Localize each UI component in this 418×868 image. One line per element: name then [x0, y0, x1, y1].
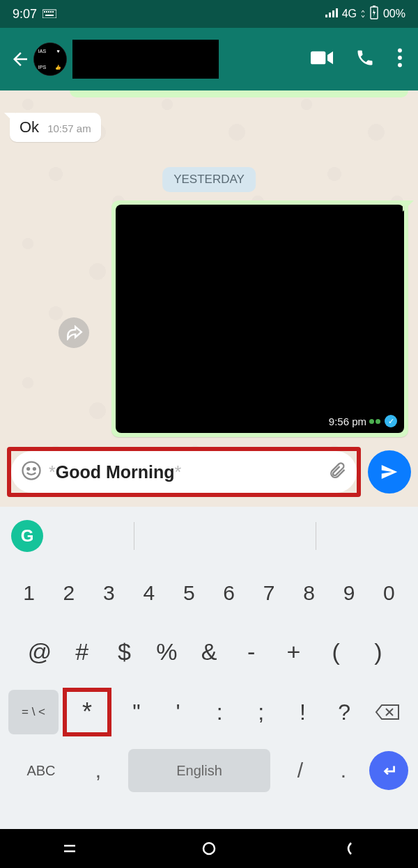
- battery-label: 00%: [383, 8, 405, 20]
- key-at[interactable]: @: [20, 629, 60, 674]
- key-dollar[interactable]: $: [104, 629, 145, 674]
- key-7[interactable]: 7: [250, 571, 288, 615]
- status-bar: 9:07 4G 00%: [0, 0, 418, 28]
- input-highlight: * Good Morning *: [7, 447, 361, 497]
- key-asterisk-highlight: *: [63, 688, 111, 736]
- network-label: 4G: [342, 8, 357, 20]
- svg-point-16: [398, 63, 402, 68]
- android-nav-bar: [0, 829, 418, 868]
- key-enter[interactable]: [369, 751, 408, 790]
- key-dquote[interactable]: ": [117, 690, 156, 734]
- svg-rect-0: [42, 10, 56, 18]
- key-abc[interactable]: ABC: [10, 749, 72, 792]
- key-4[interactable]: 4: [130, 571, 168, 615]
- status-time: 9:07: [13, 7, 37, 22]
- key-period[interactable]: .: [326, 749, 361, 792]
- key-2[interactable]: 2: [49, 571, 88, 615]
- svg-rect-7: [325, 15, 327, 17]
- key-squote[interactable]: ': [158, 690, 197, 734]
- key-8[interactable]: 8: [290, 571, 328, 615]
- key-colon[interactable]: :: [200, 690, 239, 734]
- key-slash[interactable]: /: [283, 749, 318, 792]
- key-amp[interactable]: &: [189, 629, 229, 674]
- key-comma[interactable]: ,: [81, 749, 116, 792]
- svg-rect-9: [332, 10, 334, 17]
- key-backspace[interactable]: [365, 693, 410, 732]
- key-asterisk[interactable]: *: [82, 697, 92, 727]
- svg-rect-2: [46, 11, 47, 13]
- message-input-box[interactable]: * Good Morning *: [11, 451, 357, 493]
- back-button[interactable]: [10, 49, 31, 70]
- key-9[interactable]: 9: [330, 571, 369, 615]
- svg-rect-8: [329, 13, 331, 17]
- chat-area[interactable]: Ok 10:57 am YESTERDAY 9:56 pm ✓ *: [0, 90, 418, 507]
- more-options-button[interactable]: [397, 48, 403, 70]
- svg-rect-1: [44, 11, 45, 13]
- nav-back[interactable]: [320, 840, 376, 857]
- voice-call-button[interactable]: [355, 48, 375, 70]
- attach-icon[interactable]: [327, 461, 347, 483]
- svg-point-18: [27, 468, 29, 470]
- symbol-row-2: = \ < * " ' : ; ! ?: [0, 688, 418, 736]
- message-input-text[interactable]: * Good Morning *: [49, 462, 320, 482]
- key-bang[interactable]: !: [283, 690, 322, 734]
- key-minus[interactable]: -: [231, 629, 272, 674]
- key-hash[interactable]: #: [62, 629, 102, 674]
- signal-icon: [325, 8, 338, 20]
- key-semicolon[interactable]: ;: [242, 690, 281, 734]
- key-space[interactable]: English: [128, 749, 270, 792]
- key-5[interactable]: 5: [170, 571, 208, 615]
- nav-recent[interactable]: [42, 843, 98, 854]
- svg-rect-4: [50, 11, 52, 13]
- key-3[interactable]: 3: [90, 571, 128, 615]
- grammarly-icon[interactable]: G: [11, 520, 43, 552]
- outgoing-message[interactable]: Ok 10:57 am: [10, 113, 101, 142]
- read-indicator: [369, 419, 380, 424]
- key-6[interactable]: 6: [210, 571, 248, 615]
- forward-button[interactable]: [59, 317, 89, 348]
- contact-avatar[interactable]: IAS♥IPS👍: [33, 42, 67, 76]
- svg-rect-5: [52, 11, 54, 13]
- keyboard: G 1 2 3 4 5 6 7 8 9 0 @ # $ % & - + ( ) …: [0, 507, 418, 868]
- data-arrows-icon: [361, 10, 365, 18]
- symbol-row-1: @ # $ % & - + ( ): [0, 629, 418, 674]
- key-rparen[interactable]: ): [358, 629, 398, 674]
- svg-rect-12: [373, 6, 376, 7]
- message-time: 10:57 am: [47, 123, 91, 134]
- svg-rect-6: [45, 15, 54, 16]
- message-text: Ok: [20, 118, 39, 136]
- key-question[interactable]: ?: [325, 690, 364, 734]
- image-time: 9:56 pm: [329, 416, 366, 427]
- key-percent[interactable]: %: [146, 629, 187, 674]
- nav-home[interactable]: [181, 840, 237, 857]
- suggestion-row: G: [0, 507, 418, 565]
- key-0[interactable]: 0: [370, 571, 408, 615]
- key-lparen[interactable]: (: [316, 629, 356, 674]
- svg-point-14: [398, 49, 402, 53]
- partial-message: [70, 90, 408, 97]
- delivered-check-icon: ✓: [385, 415, 397, 427]
- send-button[interactable]: [368, 450, 411, 494]
- chat-header: IAS♥IPS👍: [0, 28, 418, 90]
- svg-point-15: [398, 56, 402, 60]
- image-message[interactable]: 9:56 pm ✓: [111, 200, 408, 437]
- battery-icon: [369, 6, 379, 22]
- emoji-icon[interactable]: [21, 460, 42, 484]
- bottom-row: ABC , English / .: [0, 749, 418, 792]
- key-switch-symbols[interactable]: = \ <: [8, 690, 59, 734]
- svg-point-22: [203, 843, 215, 854]
- svg-rect-13: [311, 52, 325, 65]
- video-call-button[interactable]: [311, 49, 333, 69]
- keyboard-status-icon: [42, 7, 56, 22]
- key-1[interactable]: 1: [10, 571, 48, 615]
- image-content-redacted[interactable]: 9:56 pm ✓: [116, 205, 404, 433]
- number-row: 1 2 3 4 5 6 7 8 9 0: [0, 565, 418, 615]
- key-plus[interactable]: +: [274, 629, 314, 674]
- date-separator: YESTERDAY: [162, 167, 256, 192]
- svg-rect-10: [336, 8, 338, 17]
- svg-point-19: [33, 468, 36, 470]
- svg-point-17: [23, 462, 40, 480]
- svg-rect-3: [48, 11, 49, 13]
- contact-name-redacted[interactable]: [72, 40, 219, 79]
